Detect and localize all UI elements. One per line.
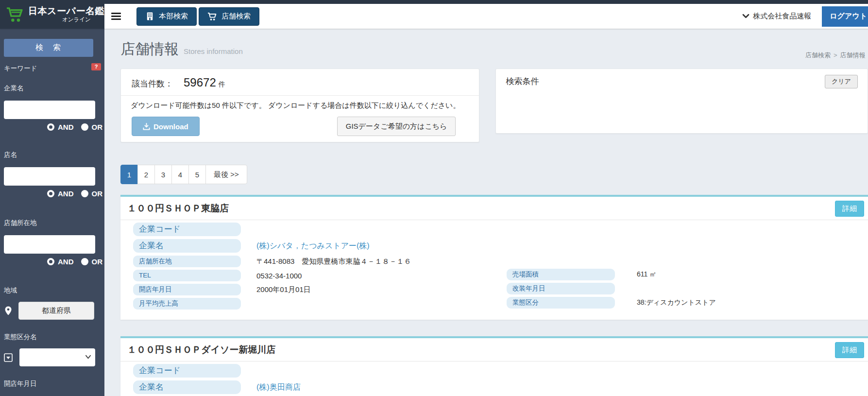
keyword-label: キーワード: [4, 65, 37, 72]
field-label: 業態区分: [507, 297, 615, 309]
company-name-input[interactable]: [4, 101, 95, 119]
cart-icon: [207, 12, 217, 21]
question-badge-icon[interactable]: ?: [91, 63, 101, 70]
page-title: 店舗情報: [120, 39, 179, 59]
search-button[interactable]: 検 索: [4, 39, 93, 57]
top-strip: [0, 0, 868, 4]
user-menu[interactable]: 株式会社食品速報: [742, 12, 811, 21]
top-bar: 日本スーパー名鑑 オンライン: [0, 0, 868, 29]
region-row: 都道府県: [5, 302, 104, 320]
logo-title: 日本スーパー名鑑: [28, 6, 104, 16]
clear-button[interactable]: クリア: [825, 75, 858, 88]
logout-button[interactable]: ログアウト: [822, 6, 868, 27]
chevron-down-icon: [742, 14, 749, 19]
summary-divider: [121, 95, 479, 96]
store-field-row: 業態区分38:ディスカウントストア: [507, 297, 716, 309]
result-count-value: 59672: [184, 76, 216, 89]
page-button-3[interactable]: 3: [154, 165, 172, 184]
logo-subtitle: オンライン: [28, 17, 104, 22]
company-and-radio[interactable]: [47, 123, 54, 131]
download-button[interactable]: Download: [132, 117, 200, 136]
hq-search-button[interactable]: 本部検索: [136, 7, 197, 26]
store-card: １００円ＳＨＯＰ東脇店詳細企業コード企業名(株)シバタ，たつみストアー(株)店舗…: [120, 195, 868, 320]
top-right: 株式会社食品速報 ログアウト: [742, 6, 868, 27]
top-nav: 本部検索 店舗検索: [136, 7, 259, 26]
category-label: 業態区分名: [4, 333, 104, 342]
company-andor-group: AND OR: [0, 123, 102, 131]
store-field-row: 改装年月日: [507, 283, 716, 294]
search-sidebar: 検 索 キーワード ? 企業名 AND OR 店名 AND OR 店舗所在地: [0, 29, 104, 396]
breadcrumb-current: 店舗情報: [840, 52, 866, 59]
company-name-label: 企業名: [4, 84, 104, 93]
store-name-input[interactable]: [4, 167, 95, 186]
address-or-radio[interactable]: [81, 258, 88, 265]
breadcrumb-store-search[interactable]: 店舗検索: [805, 52, 831, 59]
store-field-row: 企業コード: [133, 223, 868, 236]
store-address-input[interactable]: [4, 235, 95, 254]
keyword-section: キーワード ?: [4, 64, 101, 73]
detail-button[interactable]: 詳細: [835, 342, 864, 358]
gis-data-button[interactable]: GISデータご希望の方はこちら: [337, 117, 456, 136]
hamburger-icon[interactable]: [111, 11, 121, 22]
breadcrumb: 店舗検索>店舗情報: [805, 51, 866, 60]
field-label: 企業コード: [133, 364, 241, 378]
store-search-button[interactable]: 店舗検索: [199, 7, 259, 26]
page-button-1[interactable]: 1: [120, 165, 138, 184]
store-card: １００円ＳＨＯＰダイソー新堀川店詳細企業コード企業名(株)奥田商店店舗所在地京都…: [120, 336, 868, 396]
field-value: 2000年01月01日: [256, 285, 311, 294]
field-value[interactable]: (株)シバタ，たつみストアー(株): [256, 241, 370, 251]
field-value: 611 ㎡: [637, 270, 656, 279]
address-andor-group: AND OR: [0, 258, 102, 266]
summary-actions: Download GISデータご希望の方はこちら: [131, 117, 469, 136]
page-subtitle: Stores information: [184, 47, 243, 55]
store-field-row: 売場面積611 ㎡: [507, 269, 716, 280]
address-and-label: AND: [58, 258, 74, 266]
breadcrumb-separator: >: [834, 52, 837, 59]
result-count-unit: 件: [219, 80, 225, 89]
download-note: ダウンロード可能件数は50 件以下です。 ダウンロードする場合は件数以下に絞り込…: [131, 101, 469, 110]
store-name: １００円ＳＨＯＰ東脇店: [127, 202, 229, 215]
building-icon: [145, 12, 154, 21]
field-label: 改装年月日: [507, 283, 615, 294]
download-button-label: Download: [153, 122, 188, 131]
logo-text: 日本スーパー名鑑 オンライン: [28, 6, 104, 22]
main-area: 店舗検索>店舗情報 店舗情報 Stores information 該当件数： …: [104, 29, 868, 396]
field-label: 月平均売上高: [133, 298, 241, 310]
company-or-radio[interactable]: [81, 123, 88, 131]
page-button-2[interactable]: 2: [137, 165, 155, 184]
result-summary-panel: 該当件数： 59672 件 ダウンロード可能件数は50 件以下です。 ダウンロー…: [120, 69, 479, 142]
page-button-5[interactable]: 5: [188, 165, 206, 184]
user-company-name: 株式会社食品速報: [753, 12, 811, 21]
store-field-row: 月平均売上高: [133, 298, 868, 310]
address-and-radio[interactable]: [47, 258, 54, 265]
store-card-header: １００円ＳＨＯＰ東脇店詳細: [120, 197, 868, 220]
store-or-radio[interactable]: [81, 190, 88, 197]
store-field-row: 企業コード: [133, 364, 868, 378]
field-value: 38:ディスカウントストア: [637, 298, 716, 307]
page-head: 店舗情報 Stores information: [120, 39, 868, 59]
caret-square-icon: [4, 353, 13, 362]
page-button-last[interactable]: 最後 >>: [205, 165, 247, 184]
detail-button[interactable]: 詳細: [835, 201, 864, 217]
hq-search-label: 本部検索: [159, 12, 188, 21]
store-card-right-column: 売場面積611 ㎡改装年月日業態区分38:ディスカウントストア: [507, 269, 716, 311]
store-field-row: 店舗所在地〒441-8083 愛知県豊橋市東脇４－１８－１６: [133, 256, 868, 267]
page-button-4[interactable]: 4: [171, 165, 189, 184]
store-card-body: 企業コード企業名(株)奥田商店店舗所在地京都府京都市伏見区深草: [120, 362, 868, 396]
field-label: TEL: [133, 270, 241, 281]
store-name-label: 店名: [4, 151, 104, 159]
map-pin-icon: [5, 306, 12, 315]
store-list: １００円ＳＨＯＰ東脇店詳細企業コード企業名(株)シバタ，たつみストアー(株)店舗…: [120, 195, 868, 396]
category-select[interactable]: [19, 348, 95, 366]
store-and-radio[interactable]: [47, 190, 54, 197]
field-value[interactable]: (株)奥田商店: [256, 382, 301, 393]
top-panels: 該当件数： 59672 件 ダウンロード可能件数は50 件以下です。 ダウンロー…: [120, 69, 868, 142]
prefecture-button[interactable]: 都道府県: [18, 302, 94, 320]
page: 日本スーパー名鑑 オンライン: [0, 0, 868, 396]
field-label: 企業名: [133, 239, 241, 253]
logo[interactable]: 日本スーパー名鑑 オンライン: [0, 0, 104, 29]
search-conditions-panel: 検索条件 クリア: [495, 69, 868, 134]
store-card-body: 企業コード企業名(株)シバタ，たつみストアー(株)店舗所在地〒441-8083 …: [120, 220, 868, 320]
field-label: 店舗所在地: [133, 256, 241, 267]
open-date-label: 開店年月日: [4, 379, 104, 388]
